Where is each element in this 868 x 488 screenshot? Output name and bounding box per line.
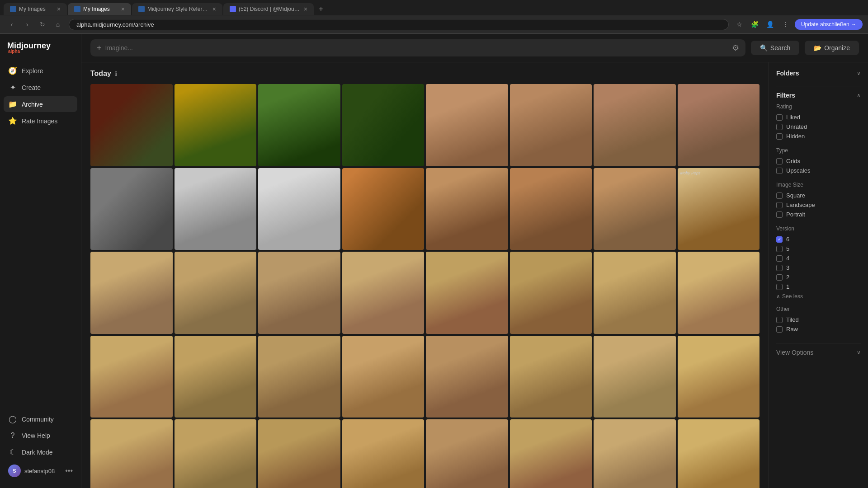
v5-checkbox[interactable] [776, 246, 783, 252]
forward-button[interactable]: › [21, 18, 33, 31]
filter-tiled[interactable]: Tiled [776, 315, 861, 324]
bookmark-icon[interactable]: ☆ [733, 18, 746, 31]
landscape-checkbox[interactable] [776, 202, 783, 208]
tab-close-4[interactable]: × [304, 6, 307, 12]
image-item[interactable] [426, 168, 508, 250]
image-item[interactable] [510, 336, 592, 418]
image-item[interactable] [594, 252, 676, 334]
image-item[interactable]: Moby Pops [678, 168, 760, 250]
raw-checkbox[interactable] [776, 326, 783, 333]
image-item[interactable] [510, 168, 592, 250]
sidebar-item-create[interactable]: ✦ Create [4, 80, 77, 95]
image-item[interactable] [90, 419, 173, 488]
image-item[interactable] [594, 419, 676, 488]
image-item[interactable] [175, 252, 257, 334]
upscales-checkbox[interactable] [776, 168, 783, 174]
tab-my-images-2[interactable]: My Images × [68, 3, 131, 15]
image-item[interactable] [258, 84, 340, 166]
filter-v3[interactable]: 3 [776, 263, 861, 272]
filter-square[interactable]: Square [776, 191, 861, 200]
grids-checkbox[interactable] [776, 158, 783, 164]
image-item[interactable] [90, 84, 173, 166]
imagine-input-wrapper[interactable]: + ⚙ [90, 39, 745, 56]
see-less-button[interactable]: ∧ See less [776, 293, 861, 300]
sidebar-item-explore[interactable]: 🧭 Explore [4, 63, 77, 79]
image-item[interactable] [678, 419, 760, 488]
filter-liked[interactable]: Liked [776, 113, 861, 122]
view-options-header[interactable]: View Options ∨ [776, 349, 861, 356]
tab-close-1[interactable]: × [57, 6, 61, 12]
filter-v5[interactable]: 5 [776, 244, 861, 253]
folders-header[interactable]: Folders ∨ [776, 70, 861, 77]
user-menu-icon[interactable]: ••• [65, 467, 73, 475]
image-item[interactable] [90, 168, 173, 250]
filter-hidden[interactable]: Hidden [776, 131, 861, 141]
organize-button[interactable]: 📂 Organize [805, 41, 859, 55]
portrait-checkbox[interactable] [776, 211, 783, 218]
image-item[interactable] [258, 419, 340, 488]
v6-checkbox[interactable] [776, 236, 783, 243]
liked-checkbox[interactable] [776, 114, 783, 121]
image-item[interactable] [258, 252, 340, 334]
image-item[interactable] [678, 84, 760, 166]
imagine-input[interactable] [105, 44, 728, 52]
image-item[interactable] [426, 419, 508, 488]
filter-unrated[interactable]: Unrated [776, 122, 861, 131]
add-prompt-icon[interactable]: + [97, 43, 102, 53]
reload-button[interactable]: ↻ [36, 18, 49, 31]
profile-icon[interactable]: 👤 [764, 18, 777, 31]
image-item[interactable] [258, 168, 340, 250]
image-item[interactable] [175, 168, 257, 250]
image-item[interactable] [594, 168, 676, 250]
tab-my-images-1[interactable]: My Images × [4, 3, 67, 15]
image-item[interactable] [510, 252, 592, 334]
image-item[interactable] [90, 336, 173, 418]
image-item[interactable] [175, 336, 257, 418]
filter-v2[interactable]: 2 [776, 272, 861, 282]
sidebar-item-community[interactable]: ◯ Community [4, 411, 77, 427]
v1-checkbox[interactable] [776, 284, 783, 290]
home-button[interactable]: ⌂ [52, 18, 64, 31]
image-item[interactable] [426, 84, 508, 166]
v4-checkbox[interactable] [776, 255, 783, 262]
tab-style-ref[interactable]: Midjourney Style Reference × [132, 3, 222, 15]
address-input[interactable] [69, 19, 729, 30]
hidden-checkbox[interactable] [776, 133, 783, 140]
image-item[interactable] [342, 419, 425, 488]
image-item[interactable] [594, 84, 676, 166]
tab-close-2[interactable]: × [121, 6, 125, 12]
image-item[interactable] [510, 419, 592, 488]
image-item[interactable] [594, 336, 676, 418]
filters-header[interactable]: Filters ∧ [776, 92, 861, 99]
sidebar-item-rate[interactable]: ⭐ Rate Images [4, 113, 77, 129]
image-item[interactable] [90, 252, 173, 334]
sidebar-item-help[interactable]: ? View Help [4, 428, 77, 443]
sidebar-item-darkmode[interactable]: ☾ Dark Mode [4, 444, 77, 460]
image-item[interactable] [175, 84, 257, 166]
square-checkbox[interactable] [776, 192, 783, 199]
image-item[interactable] [426, 336, 508, 418]
back-button[interactable]: ‹ [5, 18, 18, 31]
new-tab-button[interactable]: + [315, 3, 327, 15]
tab-discord[interactable]: (52) Discord | @Midjourney Bot × [223, 3, 314, 15]
filter-portrait[interactable]: Portrait [776, 210, 861, 219]
filter-v6[interactable]: 6 [776, 235, 861, 244]
filter-grids[interactable]: Grids [776, 156, 861, 166]
user-area[interactable]: S stefanstp08 ••• [4, 461, 77, 481]
filter-v1[interactable]: 1 [776, 282, 861, 291]
extensions-icon[interactable]: 🧩 [749, 18, 761, 31]
image-item[interactable] [678, 336, 760, 418]
filter-landscape[interactable]: Landscape [776, 200, 861, 210]
tiled-checkbox[interactable] [776, 317, 783, 323]
image-item[interactable] [342, 84, 425, 166]
update-button[interactable]: Update abschließen → [795, 19, 863, 30]
image-item[interactable] [510, 84, 592, 166]
filter-v4[interactable]: 4 [776, 253, 861, 263]
sidebar-item-archive[interactable]: 📁 Archive [4, 96, 77, 112]
unrated-checkbox[interactable] [776, 124, 783, 130]
options-icon[interactable]: ⚙ [732, 43, 739, 53]
image-item[interactable] [342, 168, 425, 250]
image-item[interactable] [258, 336, 340, 418]
search-button[interactable]: 🔍 Search [751, 41, 799, 55]
settings-icon[interactable]: ⋮ [779, 18, 792, 31]
